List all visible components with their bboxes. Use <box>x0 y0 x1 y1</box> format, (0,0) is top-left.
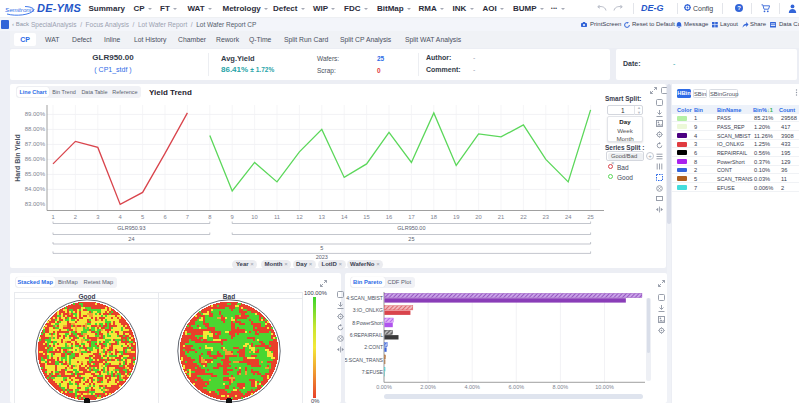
svg-text:3: 3 <box>96 214 99 220</box>
svg-text:1: 1 <box>51 214 54 220</box>
svg-text:Hard Bin Yield: Hard Bin Yield <box>14 134 21 181</box>
svg-text:10: 10 <box>251 214 257 220</box>
svg-text:10.00%: 10.00% <box>595 384 614 390</box>
svg-text:23: 23 <box>543 214 549 220</box>
svg-text:24: 24 <box>565 214 572 220</box>
svg-text:16: 16 <box>386 214 392 220</box>
svg-text:21: 21 <box>498 214 504 220</box>
svg-text:2:CONT: 2:CONT <box>364 344 383 350</box>
svg-text:84.00%: 84.00% <box>25 186 46 192</box>
svg-text:7: 7 <box>186 214 189 220</box>
svg-text:87.00%: 87.00% <box>25 141 46 147</box>
svg-text:22: 22 <box>520 214 526 220</box>
svg-text:25: 25 <box>408 236 414 242</box>
svg-text:14: 14 <box>341 214 348 220</box>
svg-text:15: 15 <box>363 214 369 220</box>
svg-text:19: 19 <box>453 214 459 220</box>
svg-text:8:PowerShort: 8:PowerShort <box>352 320 383 326</box>
svg-text:12: 12 <box>296 214 302 220</box>
svg-text:88.00%: 88.00% <box>25 126 46 132</box>
svg-text:2023: 2023 <box>316 254 328 260</box>
svg-text:17: 17 <box>408 214 414 220</box>
svg-text:24: 24 <box>128 236 134 242</box>
svg-text:GLR950.00: GLR950.00 <box>397 225 425 231</box>
svg-text:5: 5 <box>141 214 144 220</box>
svg-text:GLR950.93: GLR950.93 <box>117 225 145 231</box>
svg-text:Semitronix: Semitronix <box>5 5 35 12</box>
svg-text:0.00%: 0.00% <box>376 384 392 390</box>
svg-text:4: 4 <box>119 214 123 220</box>
svg-text:11: 11 <box>274 214 280 220</box>
svg-text:18: 18 <box>431 214 437 220</box>
svg-text:7:EFUSE: 7:EFUSE <box>362 369 384 375</box>
svg-text:9: 9 <box>231 214 234 220</box>
svg-text:6: 6 <box>163 214 166 220</box>
svg-text:3:IO_ONLKG: 3:IO_ONLKG <box>353 307 383 313</box>
svg-text:5: 5 <box>320 245 323 251</box>
svg-text:13: 13 <box>319 214 325 220</box>
svg-text:85.00%: 85.00% <box>25 171 46 177</box>
svg-text:2: 2 <box>74 214 77 220</box>
svg-text:2.00%: 2.00% <box>420 384 436 390</box>
svg-text:6.00%: 6.00% <box>508 384 524 390</box>
svg-text:83.00%: 83.00% <box>25 201 46 207</box>
svg-text:4.00%: 4.00% <box>464 384 480 390</box>
svg-text:5:SCAN_TRANS: 5:SCAN_TRANS <box>345 357 384 363</box>
svg-text:8: 8 <box>208 214 211 220</box>
svg-text:25: 25 <box>587 214 593 220</box>
svg-text:89.00%: 89.00% <box>25 111 46 117</box>
svg-text:6:REPAIRFAIL: 6:REPAIRFAIL <box>350 332 383 338</box>
svg-text:20: 20 <box>475 214 481 220</box>
svg-text:86.00%: 86.00% <box>25 156 46 162</box>
svg-text:8.00%: 8.00% <box>553 384 569 390</box>
svg-text:4:SCAN_MBIST: 4:SCAN_MBIST <box>346 295 383 301</box>
